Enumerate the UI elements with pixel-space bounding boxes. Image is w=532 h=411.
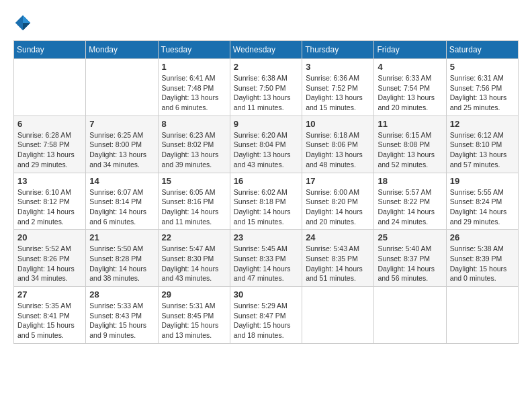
calendar-cell: 22Sunrise: 5:47 AM Sunset: 8:30 PM Dayli… bbox=[158, 230, 230, 287]
calendar-cell: 11Sunrise: 6:15 AM Sunset: 8:08 PM Dayli… bbox=[374, 116, 446, 173]
calendar-cell: 4Sunrise: 6:33 AM Sunset: 7:54 PM Daylig… bbox=[374, 59, 446, 116]
weekday-header-friday: Friday bbox=[374, 41, 446, 59]
day-info: Sunrise: 6:33 AM Sunset: 7:54 PM Dayligh… bbox=[378, 73, 442, 113]
calendar-cell: 18Sunrise: 5:57 AM Sunset: 8:22 PM Dayli… bbox=[374, 173, 446, 230]
day-number: 29 bbox=[162, 289, 226, 300]
day-number: 6 bbox=[17, 119, 82, 129]
day-number: 5 bbox=[450, 62, 515, 72]
calendar-cell: 12Sunrise: 6:12 AM Sunset: 8:10 PM Dayli… bbox=[446, 116, 518, 173]
day-info: Sunrise: 6:12 AM Sunset: 8:10 PM Dayligh… bbox=[450, 130, 515, 170]
weekday-header-monday: Monday bbox=[86, 41, 158, 59]
day-info: Sunrise: 6:38 AM Sunset: 7:50 PM Dayligh… bbox=[234, 73, 298, 113]
calendar-cell: 29Sunrise: 5:31 AM Sunset: 8:45 PM Dayli… bbox=[158, 287, 230, 344]
day-info: Sunrise: 6:23 AM Sunset: 8:02 PM Dayligh… bbox=[162, 130, 226, 170]
day-info: Sunrise: 6:07 AM Sunset: 8:14 PM Dayligh… bbox=[89, 187, 154, 227]
day-number: 9 bbox=[234, 119, 298, 129]
day-number: 17 bbox=[306, 176, 370, 186]
day-number: 10 bbox=[306, 119, 370, 129]
calendar-cell: 10Sunrise: 6:18 AM Sunset: 8:06 PM Dayli… bbox=[302, 116, 374, 173]
day-info: Sunrise: 6:10 AM Sunset: 8:12 PM Dayligh… bbox=[17, 187, 82, 227]
calendar-week-3: 13Sunrise: 6:10 AM Sunset: 8:12 PM Dayli… bbox=[14, 173, 519, 230]
day-number: 24 bbox=[306, 232, 370, 242]
weekday-header-sunday: Sunday bbox=[14, 41, 86, 59]
calendar-week-4: 20Sunrise: 5:52 AM Sunset: 8:26 PM Dayli… bbox=[14, 230, 519, 287]
day-number: 19 bbox=[450, 176, 515, 186]
weekday-header-tuesday: Tuesday bbox=[158, 41, 230, 59]
day-info: Sunrise: 6:05 AM Sunset: 8:16 PM Dayligh… bbox=[162, 187, 226, 227]
calendar-cell: 8Sunrise: 6:23 AM Sunset: 8:02 PM Daylig… bbox=[158, 116, 230, 173]
day-number: 15 bbox=[162, 176, 226, 186]
day-number: 18 bbox=[378, 176, 442, 186]
calendar-cell: 24Sunrise: 5:43 AM Sunset: 8:35 PM Dayli… bbox=[302, 230, 374, 287]
calendar-cell: 6Sunrise: 6:28 AM Sunset: 7:58 PM Daylig… bbox=[14, 116, 86, 173]
calendar-cell: 14Sunrise: 6:07 AM Sunset: 8:14 PM Dayli… bbox=[86, 173, 158, 230]
calendar-cell: 23Sunrise: 5:45 AM Sunset: 8:33 PM Dayli… bbox=[230, 230, 302, 287]
day-info: Sunrise: 6:15 AM Sunset: 8:08 PM Dayligh… bbox=[378, 130, 442, 170]
calendar-cell: 16Sunrise: 6:02 AM Sunset: 8:18 PM Dayli… bbox=[230, 173, 302, 230]
logo-icon bbox=[13, 13, 32, 32]
calendar-cell bbox=[446, 287, 518, 344]
svg-marker-2 bbox=[23, 23, 30, 30]
day-info: Sunrise: 5:43 AM Sunset: 8:35 PM Dayligh… bbox=[306, 244, 370, 283]
calendar-cell: 27Sunrise: 5:35 AM Sunset: 8:41 PM Dayli… bbox=[14, 287, 86, 344]
calendar-cell bbox=[86, 59, 158, 116]
day-info: Sunrise: 5:29 AM Sunset: 8:47 PM Dayligh… bbox=[234, 301, 298, 340]
day-number: 8 bbox=[162, 119, 226, 129]
calendar-week-2: 6Sunrise: 6:28 AM Sunset: 7:58 PM Daylig… bbox=[14, 116, 519, 173]
calendar-cell: 2Sunrise: 6:38 AM Sunset: 7:50 PM Daylig… bbox=[230, 59, 302, 116]
calendar-cell: 3Sunrise: 6:36 AM Sunset: 7:52 PM Daylig… bbox=[302, 59, 374, 116]
calendar-cell: 17Sunrise: 6:00 AM Sunset: 8:20 PM Dayli… bbox=[302, 173, 374, 230]
day-info: Sunrise: 5:52 AM Sunset: 8:26 PM Dayligh… bbox=[17, 244, 82, 283]
calendar-cell: 30Sunrise: 5:29 AM Sunset: 8:47 PM Dayli… bbox=[230, 287, 302, 344]
day-info: Sunrise: 5:57 AM Sunset: 8:22 PM Dayligh… bbox=[378, 187, 442, 227]
day-number: 28 bbox=[89, 289, 154, 300]
weekday-header-saturday: Saturday bbox=[446, 41, 518, 59]
day-number: 25 bbox=[378, 232, 442, 242]
calendar-cell bbox=[302, 287, 374, 344]
calendar-cell: 1Sunrise: 6:41 AM Sunset: 7:48 PM Daylig… bbox=[158, 59, 230, 116]
day-info: Sunrise: 5:47 AM Sunset: 8:30 PM Dayligh… bbox=[162, 244, 226, 283]
calendar: SundayMondayTuesdayWednesdayThursdayFrid… bbox=[13, 40, 519, 344]
day-info: Sunrise: 6:00 AM Sunset: 8:20 PM Dayligh… bbox=[306, 187, 370, 227]
day-info: Sunrise: 6:20 AM Sunset: 8:04 PM Dayligh… bbox=[234, 130, 298, 170]
calendar-week-5: 27Sunrise: 5:35 AM Sunset: 8:41 PM Dayli… bbox=[14, 287, 519, 344]
day-number: 3 bbox=[306, 62, 370, 72]
day-info: Sunrise: 6:02 AM Sunset: 8:18 PM Dayligh… bbox=[234, 187, 298, 227]
day-number: 26 bbox=[450, 232, 515, 242]
calendar-cell: 7Sunrise: 6:25 AM Sunset: 8:00 PM Daylig… bbox=[86, 116, 158, 173]
calendar-cell: 25Sunrise: 5:40 AM Sunset: 8:37 PM Dayli… bbox=[374, 230, 446, 287]
svg-marker-1 bbox=[23, 15, 30, 23]
day-info: Sunrise: 5:55 AM Sunset: 8:24 PM Dayligh… bbox=[450, 187, 515, 227]
day-number: 30 bbox=[234, 289, 298, 300]
day-number: 12 bbox=[450, 119, 515, 129]
day-number: 27 bbox=[17, 289, 82, 300]
day-number: 23 bbox=[234, 232, 298, 242]
calendar-cell: 28Sunrise: 5:33 AM Sunset: 8:43 PM Dayli… bbox=[86, 287, 158, 344]
day-number: 14 bbox=[89, 176, 154, 186]
day-info: Sunrise: 6:25 AM Sunset: 8:00 PM Dayligh… bbox=[89, 130, 154, 170]
day-info: Sunrise: 5:40 AM Sunset: 8:37 PM Dayligh… bbox=[378, 244, 442, 283]
day-info: Sunrise: 6:18 AM Sunset: 8:06 PM Dayligh… bbox=[306, 130, 370, 170]
day-number: 20 bbox=[17, 232, 82, 242]
weekday-header-wednesday: Wednesday bbox=[230, 41, 302, 59]
day-number: 21 bbox=[89, 232, 154, 242]
day-number: 13 bbox=[17, 176, 82, 186]
page-header bbox=[13, 13, 519, 32]
day-number: 16 bbox=[234, 176, 298, 186]
day-info: Sunrise: 5:31 AM Sunset: 8:45 PM Dayligh… bbox=[162, 301, 226, 340]
calendar-cell: 13Sunrise: 6:10 AM Sunset: 8:12 PM Dayli… bbox=[14, 173, 86, 230]
calendar-cell: 19Sunrise: 5:55 AM Sunset: 8:24 PM Dayli… bbox=[446, 173, 518, 230]
calendar-cell bbox=[374, 287, 446, 344]
day-info: Sunrise: 5:50 AM Sunset: 8:28 PM Dayligh… bbox=[89, 244, 154, 283]
day-info: Sunrise: 5:38 AM Sunset: 8:39 PM Dayligh… bbox=[450, 244, 515, 283]
day-number: 1 bbox=[162, 62, 226, 72]
calendar-cell bbox=[14, 59, 86, 116]
weekday-header-thursday: Thursday bbox=[302, 41, 374, 59]
calendar-week-1: 1Sunrise: 6:41 AM Sunset: 7:48 PM Daylig… bbox=[14, 59, 519, 116]
day-info: Sunrise: 5:35 AM Sunset: 8:41 PM Dayligh… bbox=[17, 301, 82, 340]
day-info: Sunrise: 5:33 AM Sunset: 8:43 PM Dayligh… bbox=[89, 301, 154, 340]
day-number: 4 bbox=[378, 62, 442, 72]
calendar-cell: 5Sunrise: 6:31 AM Sunset: 7:56 PM Daylig… bbox=[446, 59, 518, 116]
calendar-cell: 26Sunrise: 5:38 AM Sunset: 8:39 PM Dayli… bbox=[446, 230, 518, 287]
calendar-cell: 21Sunrise: 5:50 AM Sunset: 8:28 PM Dayli… bbox=[86, 230, 158, 287]
